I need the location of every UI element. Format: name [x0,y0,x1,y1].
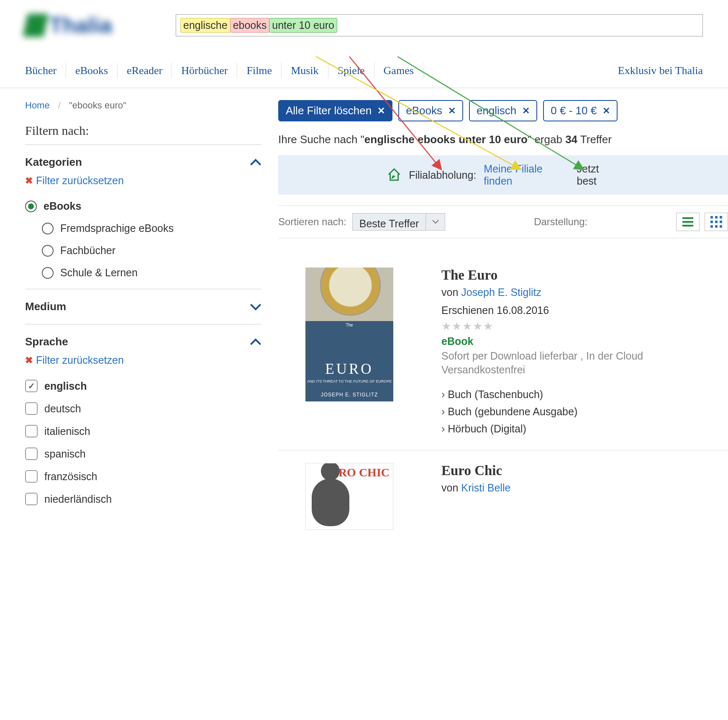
filter-header-kategorien[interactable]: Kategorien [25,150,261,175]
item-shipping: Versandkostenfrei [441,364,728,376]
item-availability: Sofort per Download lieferbar , In der C… [441,350,728,362]
close-icon: ✖ [25,355,33,366]
radio-icon [42,267,54,279]
filter-option-englisch[interactable]: englisch [25,375,261,397]
format-link[interactable]: Buch (Taschenbuch) [441,386,728,403]
close-icon: ✕ [602,105,610,116]
chevron-up-icon [250,338,261,346]
format-link[interactable]: Buch (gebundene Ausgabe) [441,403,728,420]
author-link[interactable]: Joseph E. Stiglitz [461,286,541,298]
item-title[interactable]: Euro Chic [441,463,728,478]
close-icon: ✕ [377,105,385,116]
checkbox-icon [25,425,38,437]
close-icon: ✕ [448,105,456,116]
item-date: Erschienen 16.08.2016 [441,304,728,316]
breadcrumb-current: "ebooks euro" [69,100,126,111]
logo-leaf-icon [23,14,49,37]
checkbox-icon [25,380,38,392]
grid-icon [710,216,722,228]
book-cover[interactable]: The EURO AND ITS THREAT TO THE FUTURE OF… [305,267,393,401]
filter-option-deutsch[interactable]: deutsch [25,397,261,420]
item-author: von Kristi Belle [441,482,728,494]
nav-hoerbuecher[interactable]: Hörbücher [172,63,237,79]
nav-games[interactable]: Games [374,63,423,79]
sort-select[interactable]: Beste Treffer [352,213,446,231]
book-cover[interactable]: EURO CHIC [305,463,393,530]
filter-option-franzoesisch[interactable]: französisch [25,465,261,488]
store-icon [387,167,401,183]
checkbox-icon [25,470,38,483]
result-summary: Ihre Suche nach "englische ebooks unter … [278,133,728,146]
checkbox-icon [25,493,38,505]
pickup-link[interactable]: Meine Filiale finden [484,163,569,187]
chevron-down-icon [426,213,445,231]
chip-price[interactable]: 0 € - 10 € ✕ [543,100,618,121]
nav-filme[interactable]: Filme [237,63,282,79]
filter-option-spanisch[interactable]: spanisch [25,442,261,465]
search-tag-englische[interactable]: englische [180,18,231,33]
list-icon [682,217,693,226]
pickup-bar: Filialabholung: Meine Filiale finden Jet… [278,155,728,195]
filter-header-medium[interactable]: Medium [25,294,261,319]
view-grid-button[interactable] [705,213,728,231]
nav-ebooks[interactable]: eBooks [66,63,118,79]
filter-option-fachbuecher[interactable]: Fachbücher [25,239,261,262]
checkbox-icon [25,402,38,415]
search-input[interactable]: englische ebooks unter 10 euro [176,14,703,36]
author-link[interactable]: Kristi Belle [461,482,510,494]
item-title[interactable]: The Euro [441,267,728,283]
filter-option-italienisch[interactable]: italienisch [25,420,261,442]
nav-ereader[interactable]: eReader [118,63,172,79]
close-icon: ✕ [522,105,530,116]
nav-buecher[interactable]: Bücher [25,63,66,79]
filter-header-sprache[interactable]: Sprache [25,329,261,354]
view-list-button[interactable] [676,213,700,231]
logo[interactable]: Thalia [25,8,142,42]
close-icon: ✖ [25,175,33,186]
reset-filter-kategorien[interactable]: ✖ Filter zurücksetzen [25,175,261,187]
chevron-up-icon [250,159,261,166]
result-item: EURO CHIC Euro Chic von Kristi Belle [278,450,728,543]
checkbox-icon [25,447,38,460]
item-format: eBook [441,335,728,347]
filter-option-schule[interactable]: Schule & Lernen [25,262,261,284]
chevron-down-icon [250,303,261,311]
sidebar-title: Filtern nach: [25,123,261,138]
chip-ebooks[interactable]: eBooks ✕ [398,100,463,121]
result-item: The EURO AND ITS THREAT TO THE FUTURE OF… [278,255,728,450]
breadcrumb: Home / "ebooks euro" [25,100,261,111]
nav-exklusiv[interactable]: Exklusiv bei Thalia [609,63,703,79]
nav-spiele[interactable]: Spiele [328,63,374,79]
item-author: von Joseph E. Stiglitz [441,286,728,298]
filter-option-niederlaendisch[interactable]: niederländisch [25,488,261,510]
view-label: Darstellung: [534,216,587,228]
reset-filter-sprache[interactable]: ✖ Filter zurücksetzen [25,354,261,366]
nav-musik[interactable]: Musik [282,63,328,79]
format-link[interactable]: Hörbuch (Digital) [441,420,728,437]
breadcrumb-home[interactable]: Home [25,100,50,111]
search-tag-unter-10-euro[interactable]: unter 10 euro [269,18,337,33]
chip-englisch[interactable]: englisch ✕ [469,100,537,121]
rating-stars: ★★★★★ [441,320,728,333]
logo-text: Thalia [49,13,112,38]
radio-icon [25,201,37,212]
main-nav: Bücher eBooks eReader Hörbücher Filme Mu… [0,54,728,87]
sort-label: Sortieren nach: [278,216,346,228]
search-tag-ebooks[interactable]: ebooks [230,18,270,33]
radio-icon [42,245,54,257]
filter-option-ebooks[interactable]: eBooks [25,195,261,217]
radio-icon [42,223,54,234]
chip-clear-all[interactable]: Alle Filter löschen ✕ [278,100,392,121]
filter-option-fremdsprachige[interactable]: Fremdsprachige eBooks [25,217,261,239]
